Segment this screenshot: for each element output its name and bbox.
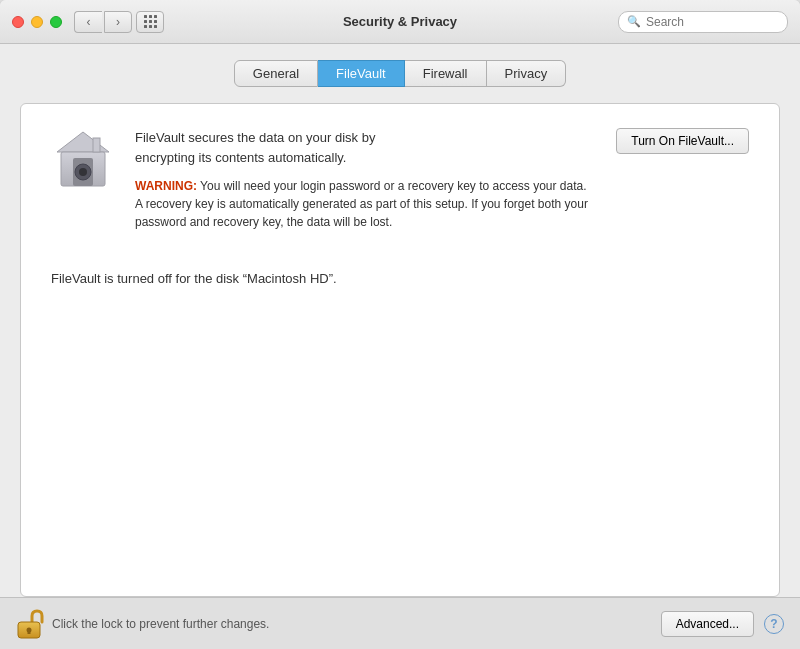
lock-icon	[16, 608, 44, 640]
maximize-button[interactable]	[50, 16, 62, 28]
traffic-lights	[12, 16, 62, 28]
svg-marker-0	[57, 132, 109, 152]
search-bar[interactable]: 🔍	[618, 11, 788, 33]
bottom-bar: Click the lock to prevent further change…	[0, 597, 800, 649]
tab-general[interactable]: General	[234, 60, 318, 87]
bottom-right: Advanced... ?	[661, 611, 784, 637]
svg-point-4	[79, 168, 87, 176]
help-button[interactable]: ?	[764, 614, 784, 634]
minimize-button[interactable]	[31, 16, 43, 28]
back-button[interactable]: ‹	[74, 11, 102, 33]
search-input[interactable]	[646, 15, 779, 29]
main-window: ‹ › Security & Privacy 🔍 General FileVau…	[0, 0, 800, 649]
forward-button[interactable]: ›	[104, 11, 132, 33]
tab-privacy[interactable]: Privacy	[487, 60, 567, 87]
search-icon: 🔍	[627, 15, 641, 28]
lock-label: Click the lock to prevent further change…	[52, 617, 269, 631]
content-area: General FileVault Firewall Privacy	[0, 44, 800, 597]
turn-on-filevault-button[interactable]: Turn On FileVault...	[616, 128, 749, 154]
panel-description: FileVault secures the data on your disk …	[135, 128, 596, 231]
svg-rect-8	[28, 630, 31, 634]
panel-top: FileVault secures the data on your disk …	[51, 128, 749, 231]
filevault-icon	[51, 128, 115, 192]
grid-icon	[144, 15, 157, 28]
advanced-button[interactable]: Advanced...	[661, 611, 754, 637]
tab-bar: General FileVault Firewall Privacy	[20, 60, 780, 87]
app-grid-button[interactable]	[136, 11, 164, 33]
window-title: Security & Privacy	[343, 14, 457, 29]
svg-rect-5	[93, 138, 100, 152]
filevault-panel: FileVault secures the data on your disk …	[20, 103, 780, 597]
close-button[interactable]	[12, 16, 24, 28]
titlebar: ‹ › Security & Privacy 🔍	[0, 0, 800, 44]
tab-firewall[interactable]: Firewall	[405, 60, 487, 87]
tab-filevault[interactable]: FileVault	[318, 60, 405, 87]
filevault-status: FileVault is turned off for the disk “Ma…	[51, 261, 749, 296]
warning-text: WARNING: You will need your login passwo…	[135, 177, 596, 231]
warning-label: WARNING:	[135, 179, 197, 193]
lock-button[interactable]: Click the lock to prevent further change…	[16, 608, 269, 640]
nav-buttons: ‹ ›	[74, 11, 132, 33]
warning-body: You will need your login password or a r…	[135, 179, 588, 229]
main-description: FileVault secures the data on your disk …	[135, 128, 596, 167]
